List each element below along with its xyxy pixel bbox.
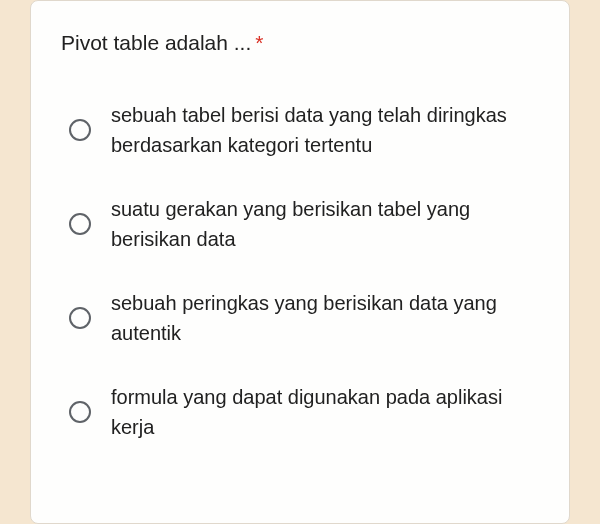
option-3[interactable]: formula yang dapat digunakan pada aplika… (69, 382, 539, 442)
radio-icon (69, 119, 91, 141)
option-label: formula yang dapat digunakan pada aplika… (111, 382, 539, 442)
question-row: Pivot table adalah ... * (61, 31, 539, 55)
radio-icon (69, 307, 91, 329)
option-label: sebuah peringkas yang berisikan data yan… (111, 288, 539, 348)
radio-icon (69, 213, 91, 235)
option-2[interactable]: sebuah peringkas yang berisikan data yan… (69, 288, 539, 348)
radio-icon (69, 401, 91, 423)
question-card: Pivot table adalah ... * sebuah tabel be… (30, 0, 570, 524)
options-group: sebuah tabel berisi data yang telah diri… (61, 100, 539, 442)
option-label: sebuah tabel berisi data yang telah diri… (111, 100, 539, 160)
question-text: Pivot table adalah ... (61, 31, 251, 55)
required-asterisk: * (255, 31, 263, 55)
option-1[interactable]: suatu gerakan yang berisikan tabel yang … (69, 194, 539, 254)
option-label: suatu gerakan yang berisikan tabel yang … (111, 194, 539, 254)
option-0[interactable]: sebuah tabel berisi data yang telah diri… (69, 100, 539, 160)
